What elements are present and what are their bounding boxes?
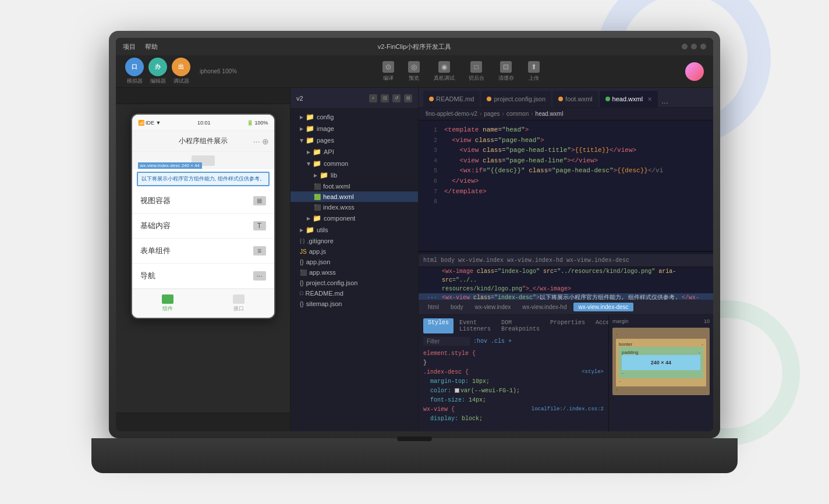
tree-item-readme[interactable]: □ README.md xyxy=(290,288,418,299)
tree-item-config[interactable]: ▶ 📁 config xyxy=(290,111,418,123)
styles-tab-dom-breakpoints[interactable]: DOM Breakpoints xyxy=(497,318,544,333)
styles-tab-properties[interactable]: Properties xyxy=(545,318,590,333)
phone-tab-api[interactable]: 接口 xyxy=(203,289,274,318)
phone-bottom-tab: 组件 接口 xyxy=(132,289,274,318)
phone-menu-icon-2: ≡ xyxy=(253,246,266,255)
real-device-action[interactable]: ◉ 真机调试 xyxy=(434,61,455,82)
background-action[interactable]: □ 切后台 xyxy=(469,61,484,82)
tree-item-index-wxss[interactable]: ⬛ index.wxss xyxy=(290,202,418,212)
tree-item-utils[interactable]: ▶ 📁 utils xyxy=(290,224,418,236)
elem-tab-wx-view-index[interactable]: wx-view.index xyxy=(470,303,516,311)
elem-tab-wx-view-index-desc[interactable]: wx-view.index-desc xyxy=(573,303,633,311)
breadcrumb-sep-1: › xyxy=(502,111,504,117)
box-padding-label-row: padding - xyxy=(622,350,700,355)
user-avatar[interactable] xyxy=(685,62,704,81)
tab-close-head-wxml[interactable]: ✕ xyxy=(647,96,652,102)
phone-menu-item-2[interactable]: 表单组件 ≡ xyxy=(132,239,274,264)
tree-item-project-config[interactable]: {} project.config.json xyxy=(290,278,418,288)
line-num-6: 6 xyxy=(423,177,437,186)
tree-item-api[interactable]: ▶ 📁 API xyxy=(290,146,418,158)
editor-icon: 办 xyxy=(148,58,167,76)
file-tree-new-folder-btn[interactable]: ⊡ xyxy=(381,94,389,102)
tree-item-image[interactable]: ▶ 📁 image xyxy=(290,123,418,134)
css-prop-display: display: block; xyxy=(423,414,604,424)
tab-readme[interactable]: README.md xyxy=(423,91,480,107)
box-content: 240 × 44 xyxy=(622,355,700,370)
folder-icon-lib: 📁 xyxy=(320,171,328,179)
box-model-outer: - border - xyxy=(612,328,710,395)
tree-item-pages[interactable]: ▶ 📁 pages xyxy=(290,134,418,146)
line-num-5: 5 xyxy=(423,166,437,176)
elem-tab-body[interactable]: body xyxy=(446,303,468,311)
css-source-link-2[interactable]: localfile:/.index.css:2 xyxy=(532,405,604,413)
close-btn[interactable] xyxy=(700,44,706,49)
line-num-8: 8 xyxy=(423,197,437,207)
styles-section: Styles Event Listeners DOM Breakpoints P… xyxy=(419,315,713,431)
phone-tab-component[interactable]: 组件 xyxy=(132,289,203,318)
phone-status-bar: 📶 IDE ▼ 10:01 🔋 100% xyxy=(132,115,274,131)
menu-help[interactable]: 帮助 xyxy=(145,42,158,51)
box-model-header: margin 10 xyxy=(612,318,710,324)
phone-menu-item-3[interactable]: 导航 ··· xyxy=(132,264,274,289)
debug-btn[interactable]: 出 调试器 xyxy=(172,58,190,85)
styles-tab-event-listeners[interactable]: Event Listeners xyxy=(455,318,495,333)
devtools-code-area[interactable]: html body wx-view.index wx-view.index-hd… xyxy=(419,252,713,300)
simulator-btn[interactable]: 口 模拟器 xyxy=(125,58,144,85)
clear-cache-action[interactable]: ⊡ 清缓存 xyxy=(498,61,514,82)
tree-item-app-js[interactable]: JS app.js xyxy=(290,246,418,257)
tree-item-gitignore[interactable]: {·} .gitignore xyxy=(290,236,418,246)
tree-item-foot-wxml[interactable]: ⬛ foot.wxml xyxy=(290,181,418,191)
file-tree-new-file-btn[interactable]: + xyxy=(369,94,377,102)
styles-tab-styles[interactable]: Styles xyxy=(423,318,454,333)
box-border: border - padding - xyxy=(616,339,706,386)
file-tree-collapse-btn[interactable]: ⊟ xyxy=(404,94,412,102)
phone-time: 10:01 xyxy=(197,120,211,126)
tree-item-lib[interactable]: ▶ 📁 lib xyxy=(290,169,418,181)
box-padding-bottom-val: - xyxy=(622,370,623,375)
tab-project-config[interactable]: project.config.json xyxy=(481,91,551,107)
menu-project[interactable]: 项目 xyxy=(123,42,136,51)
file-tree-panel: v2 + ⊡ ↺ ⊟ ▶ 📁 config xyxy=(290,88,419,431)
more-tabs-btn[interactable]: ··· xyxy=(661,98,668,107)
styles-filter-input[interactable] xyxy=(423,337,470,346)
tree-label-api: API xyxy=(324,148,334,155)
tab-head-wxml[interactable]: head.wxml ✕ xyxy=(600,91,658,107)
simulator-label: 模拟器 xyxy=(127,77,143,85)
compile-action[interactable]: ⊙ 编译 xyxy=(382,61,394,82)
code-text-6: </view> xyxy=(444,176,479,187)
minimize-btn[interactable] xyxy=(682,44,688,49)
clear-cache-label: 清缓存 xyxy=(498,74,514,82)
file-tree-controls: + ⊡ ↺ ⊟ xyxy=(369,94,412,102)
tab-foot-wxml[interactable]: foot.wxml xyxy=(552,91,598,107)
clear-cache-icon: ⊡ xyxy=(500,61,512,73)
tree-label-project-config: project.config.json xyxy=(306,279,358,286)
styles-cls-btn[interactable]: .cls xyxy=(491,338,505,345)
maximize-btn[interactable] xyxy=(691,44,697,49)
css-source-link-1[interactable]: <style> xyxy=(582,368,604,376)
tree-item-sitemap[interactable]: {} sitemap.json xyxy=(290,299,418,309)
upload-action[interactable]: ⬆ 上传 xyxy=(528,61,540,82)
device-header xyxy=(116,88,290,104)
elem-tab-wx-view-index-hd[interactable]: wx-view.index-hd xyxy=(518,303,571,311)
phone-more-icon[interactable]: ··· ⊕ xyxy=(253,137,270,146)
styles-panel: Styles Event Listeners DOM Breakpoints P… xyxy=(419,315,608,431)
tree-item-component[interactable]: ▶ 📁 component xyxy=(290,212,418,224)
styles-tab-accessibility[interactable]: Accessibility xyxy=(591,318,608,333)
tree-item-app-wxss[interactable]: ⬛ app.wxss xyxy=(290,267,418,278)
styles-add-btn[interactable]: + xyxy=(508,338,512,345)
preview-action[interactable]: ◎ 预览 xyxy=(408,61,420,82)
tree-item-app-json[interactable]: {} app.json xyxy=(290,257,418,267)
phone-menu-item-1[interactable]: 基础内容 T xyxy=(132,214,274,239)
tree-item-head-wxml[interactable]: 🟩 head.wxml xyxy=(290,191,418,202)
tree-item-common[interactable]: ▶ 📁 common xyxy=(290,158,418,169)
editor-btn[interactable]: 办 编辑器 xyxy=(148,58,167,85)
code-area[interactable]: 1 <template name="head"> 2 <view class="… xyxy=(419,120,713,251)
tab-dot-foot-wxml xyxy=(558,97,563,101)
code-line-8: 8 xyxy=(419,197,713,207)
elem-tab-html[interactable]: html xyxy=(423,303,444,311)
phone-tab-api-icon xyxy=(233,294,245,304)
phone-menu-item-0[interactable]: 视图容器 ▦ xyxy=(132,189,274,214)
styles-hov-btn[interactable]: :hov xyxy=(473,338,487,345)
file-tree-refresh-btn[interactable]: ↺ xyxy=(392,94,401,102)
window-controls xyxy=(682,44,706,49)
